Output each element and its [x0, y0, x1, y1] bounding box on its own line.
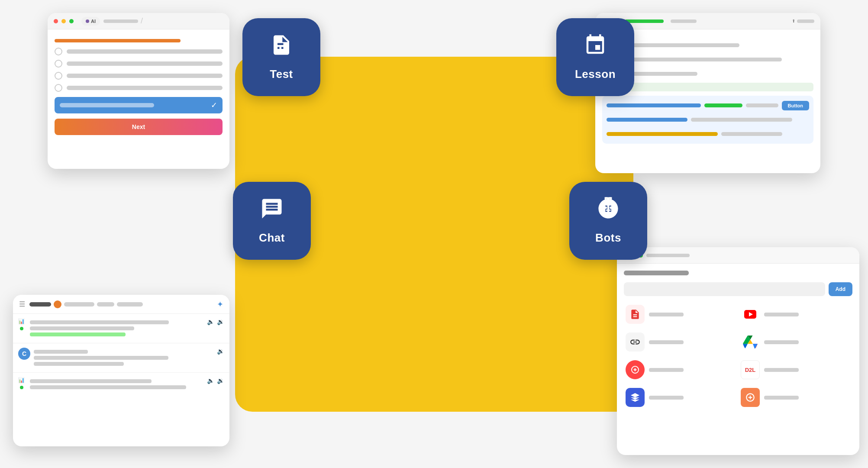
chat-icons-2: 🔉 [217, 348, 224, 355]
chat-list-icon: 📊 [18, 318, 25, 324]
chat-list-icon-3: 📊 [18, 377, 25, 383]
chat-icons-1: 🔈 🔉 [207, 318, 224, 325]
dot-red [54, 19, 58, 23]
next-button[interactable]: Next [55, 119, 223, 135]
integration-anki [624, 384, 737, 410]
selected-bar-text [60, 103, 154, 107]
lesson-bar-amber [607, 132, 718, 136]
option-bar-3 [67, 74, 223, 78]
online-dot [20, 327, 23, 330]
youtube-logo [741, 305, 760, 324]
chat-bar-3a [30, 379, 152, 383]
chat-icon-col-3: 📊 [18, 377, 25, 390]
upload-label-bar [797, 19, 814, 23]
speaker-icon-1[interactable]: 🔈 [207, 318, 214, 325]
ai-label: AI [91, 19, 96, 24]
integration-pdf [624, 301, 737, 327]
lesson-highlight-bar-2 [746, 103, 778, 107]
radio-3[interactable] [55, 72, 62, 80]
lesson-blue-button[interactable]: Button [782, 101, 809, 110]
volume-icon-1[interactable]: 🔉 [217, 318, 224, 325]
gdrive-logo [741, 332, 760, 352]
chat-bar-1a [30, 320, 169, 324]
chat-message-2: C 🔉 [13, 343, 229, 372]
test-screen-content: ✓ Next [48, 29, 229, 142]
badge-test[interactable]: Test [242, 18, 320, 96]
youtube-label-bar [764, 313, 799, 316]
ai-dot [86, 19, 89, 23]
tr-green-pill [625, 19, 664, 23]
tr-header-bars [625, 19, 788, 23]
volume-icon-2[interactable]: 🔉 [217, 348, 224, 355]
next-button-label: Next [132, 123, 145, 130]
br-header-bars [646, 254, 853, 257]
pdf-label-bar [649, 313, 684, 316]
option-2 [55, 60, 223, 68]
lesson-highlight-row-3 [607, 129, 809, 139]
lesson-button-label: Button [788, 103, 803, 108]
speaker-icon-3[interactable]: 🔈 [207, 377, 214, 384]
bots-add-button[interactable]: Add [829, 282, 852, 296]
chat-icon-col: 📊 [18, 318, 25, 331]
chat-screen-header: ☰ ✦ [13, 295, 229, 314]
lesson-highlight-section: Button [602, 96, 813, 144]
bots-top-row [624, 271, 852, 278]
nav-pill-1[interactable] [29, 302, 51, 307]
integrations-grid: D2L [624, 301, 852, 410]
option-bar-4 [67, 86, 223, 90]
option-3 [55, 72, 223, 80]
screen-test: AI / [48, 13, 229, 169]
chat-bar-2b [34, 356, 168, 360]
upload-btn[interactable]: ⬆ [792, 19, 814, 23]
screen-bots: Add [617, 247, 859, 455]
header-bar-1 [103, 19, 138, 23]
dot-green [69, 19, 74, 23]
header-bars: / [103, 16, 223, 26]
badge-lesson[interactable]: Lesson [556, 18, 634, 96]
scene: AI / [0, 0, 868, 468]
sidebar-toggle-icon[interactable]: ☰ [19, 300, 25, 308]
lesson-highlight-green [704, 103, 742, 107]
d2l-text: D2L [745, 367, 756, 373]
radio-4[interactable] [55, 84, 62, 92]
chat-bar-2a [34, 350, 88, 354]
progress-bar-orange [55, 39, 181, 42]
chat-bar-2c [34, 362, 124, 366]
person-image [309, 65, 560, 403]
test-badge-label: Test [270, 68, 293, 81]
badge-bots[interactable]: Bots [569, 182, 647, 260]
tr-bar-1 [671, 19, 697, 23]
nav-pill-4[interactable] [117, 302, 143, 307]
svg-rect-6 [600, 206, 602, 210]
online-dot-3 [20, 386, 23, 389]
lesson-bar-gray-3 [721, 132, 782, 136]
nav-pills [29, 300, 143, 308]
lesson-badge-label: Lesson [575, 68, 616, 81]
upload-icon: ⬆ [792, 19, 795, 23]
badge-chat[interactable]: Chat [233, 182, 311, 260]
lesson-highlight-row-1: Button [607, 100, 809, 111]
radio-1[interactable] [55, 48, 62, 55]
bots-add-label: Add [836, 286, 845, 292]
bots-badge-icon [597, 197, 620, 226]
test-badge-icon [270, 33, 293, 62]
add-chat-icon[interactable]: ✦ [217, 300, 223, 309]
pdf-logo [626, 305, 645, 324]
volume-icon-3[interactable]: 🔉 [217, 377, 224, 384]
integration-link [624, 329, 737, 355]
anki-logo [626, 388, 645, 407]
lesson-highlight-bar-1 [607, 103, 701, 107]
quizlet-label-bar [649, 368, 684, 372]
slash-divider: / [141, 16, 143, 26]
nav-pill-3[interactable] [97, 302, 114, 307]
option-bar-2 [67, 61, 223, 66]
chat-bubble-1 [30, 318, 203, 339]
bots-badge-label: Bots [595, 231, 621, 245]
svg-point-4 [605, 207, 607, 209]
nav-pill-2[interactable] [64, 302, 94, 307]
radio-2[interactable] [55, 60, 62, 68]
br-bar-1 [646, 254, 690, 257]
bots-search-box[interactable] [624, 282, 825, 296]
ai-tag: AI [81, 17, 100, 26]
chat-message-1: 📊 🔈 🔉 [13, 314, 229, 343]
